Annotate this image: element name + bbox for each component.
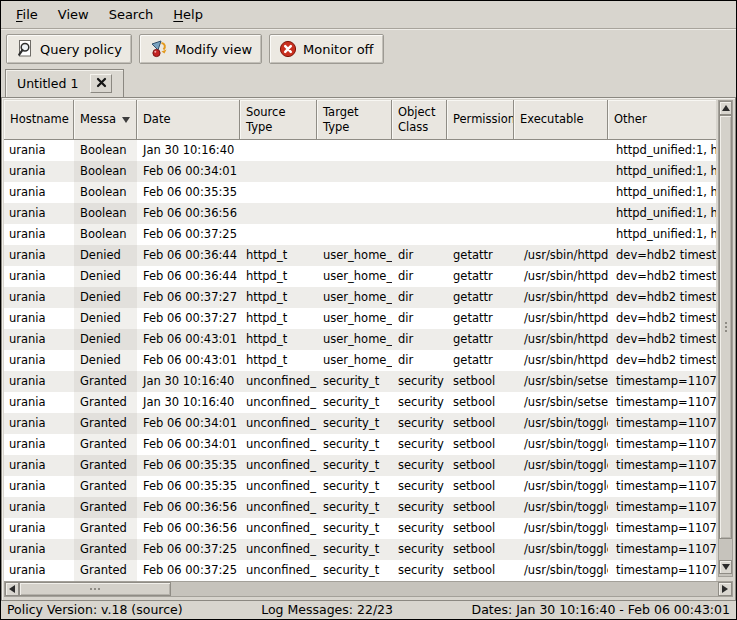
cell-other: timestamp=11076 xyxy=(608,413,716,434)
tab-untitled-1[interactable]: Untitled 1 xyxy=(5,69,124,97)
column-header-source_type[interactable]: Source Type xyxy=(240,100,317,140)
table-row[interactable]: uraniaDeniedFeb 06 00:36:44httpd_tuser_h… xyxy=(4,245,716,266)
cell-executable xyxy=(514,182,608,203)
cell-date: Feb 06 00:37:25 xyxy=(137,560,240,581)
column-header-executable[interactable]: Executable xyxy=(514,100,608,140)
table-row[interactable]: uraniaGrantedFeb 06 00:37:25unconfined_s… xyxy=(4,560,716,581)
cell-date: Feb 06 00:43:01 xyxy=(137,329,240,350)
cell-date: Feb 06 00:36:56 xyxy=(137,497,240,518)
cell-permission: setbool xyxy=(447,497,514,518)
horizontal-scrollbar-thumb[interactable] xyxy=(19,582,171,596)
status-bar: Policy Version: v.18 (source) Log Messag… xyxy=(1,600,736,619)
cell-permission: getattr xyxy=(447,350,514,371)
tab-close-button[interactable] xyxy=(90,74,112,93)
sort-indicator-icon xyxy=(122,117,130,123)
cell-source_type: unconfined_ xyxy=(240,434,317,455)
table-row[interactable]: uraniaBooleanJan 30 10:16:40httpd_unifie… xyxy=(4,140,716,161)
table-row[interactable]: uraniaDeniedFeb 06 00:37:27httpd_tuser_h… xyxy=(4,308,716,329)
scroll-down-button[interactable] xyxy=(719,560,732,574)
cell-hostname: urania xyxy=(4,476,74,497)
column-header-date[interactable]: Date xyxy=(137,100,240,140)
table-row[interactable]: uraniaGrantedFeb 06 00:35:35unconfined_s… xyxy=(4,476,716,497)
cell-hostname: urania xyxy=(4,455,74,476)
cell-object_class: security xyxy=(392,497,447,518)
column-header-object_class[interactable]: Object Class xyxy=(392,100,447,140)
vertical-scrollbar-trough[interactable] xyxy=(719,539,732,560)
cell-other: timestamp=11076 xyxy=(608,476,716,497)
scroll-up-button[interactable] xyxy=(719,101,732,115)
cell-executable xyxy=(514,161,608,182)
cell-executable: /usr/sbin/httpd xyxy=(514,266,608,287)
table-row[interactable]: uraniaBooleanFeb 06 00:35:35httpd_unifie… xyxy=(4,182,716,203)
menu-help[interactable]: Help xyxy=(163,3,213,26)
vertical-scrollbar[interactable] xyxy=(718,100,733,577)
cell-other: dev=hdb2 timesta xyxy=(608,287,716,308)
table-row[interactable]: uraniaDeniedFeb 06 00:36:44httpd_tuser_h… xyxy=(4,266,716,287)
cell-permission xyxy=(447,224,514,245)
column-header-hostname[interactable]: Hostname xyxy=(4,100,74,140)
cell-other: dev=hdb2 timesta xyxy=(608,245,716,266)
cell-message: Boolean xyxy=(74,161,137,182)
cell-message: Denied xyxy=(74,287,137,308)
table-row[interactable]: uraniaDeniedFeb 06 00:43:01httpd_tuser_h… xyxy=(4,329,716,350)
table-row[interactable]: uraniaBooleanFeb 06 00:34:01httpd_unifie… xyxy=(4,161,716,182)
vertical-scrollbar-thumb[interactable] xyxy=(719,115,732,539)
cell-object_class xyxy=(392,140,447,161)
scroll-right-button[interactable] xyxy=(718,582,732,596)
cell-object_class: dir xyxy=(392,350,447,371)
menu-file[interactable]: File xyxy=(6,3,48,26)
horizontal-scrollbar-trough[interactable] xyxy=(171,582,718,596)
cell-source_type: unconfined_ xyxy=(240,539,317,560)
cell-message: Granted xyxy=(74,497,137,518)
scroll-left-button[interactable] xyxy=(5,582,19,596)
table-row[interactable]: uraniaGrantedJan 30 10:16:40unconfined_s… xyxy=(4,371,716,392)
table-body: uraniaBooleanJan 30 10:16:40httpd_unifie… xyxy=(4,140,716,581)
table-row[interactable]: uraniaGrantedFeb 06 00:35:35unconfined_s… xyxy=(4,455,716,476)
column-header-message[interactable]: Messa xyxy=(74,100,137,140)
query-policy-button[interactable]: Query policy xyxy=(6,34,132,64)
cell-target_type: user_home_ xyxy=(317,350,392,371)
table-row[interactable]: uraniaGrantedFeb 06 00:36:56unconfined_s… xyxy=(4,497,716,518)
monitor-off-label: Monitor off xyxy=(303,42,373,57)
cell-source_type: httpd_t xyxy=(240,329,317,350)
cell-target_type: user_home_ xyxy=(317,329,392,350)
cell-message: Denied xyxy=(74,308,137,329)
table-row[interactable]: uraniaGrantedFeb 06 00:34:01unconfined_s… xyxy=(4,434,716,455)
cell-date: Jan 30 10:16:40 xyxy=(137,371,240,392)
table-row[interactable]: uraniaDeniedFeb 06 00:37:27httpd_tuser_h… xyxy=(4,287,716,308)
modify-view-button[interactable]: Modify view xyxy=(139,34,262,64)
table-row[interactable]: uraniaGrantedFeb 06 00:36:56unconfined_s… xyxy=(4,518,716,539)
table-row[interactable]: uraniaGrantedFeb 06 00:37:25unconfined_s… xyxy=(4,539,716,560)
horizontal-scrollbar[interactable] xyxy=(4,581,733,597)
cell-message: Granted xyxy=(74,518,137,539)
menu-search[interactable]: Search xyxy=(99,3,164,26)
cell-hostname: urania xyxy=(4,287,74,308)
cell-target_type: security_t xyxy=(317,455,392,476)
modify-view-icon xyxy=(149,39,169,59)
table-row[interactable]: uraniaDeniedFeb 06 00:43:01httpd_tuser_h… xyxy=(4,350,716,371)
table-row[interactable]: uraniaBooleanFeb 06 00:37:25httpd_unifie… xyxy=(4,224,716,245)
cell-permission: setbool xyxy=(447,539,514,560)
column-header-label: Date xyxy=(143,112,171,127)
menu-bar: FileViewSearchHelp xyxy=(1,1,736,29)
menu-view[interactable]: View xyxy=(48,3,99,26)
cell-object_class: security xyxy=(392,476,447,497)
cell-source_type: unconfined_ xyxy=(240,413,317,434)
column-header-permission[interactable]: Permission xyxy=(447,100,514,140)
cell-other: timestamp=11076 xyxy=(608,518,716,539)
cell-other: timestamp=11076 xyxy=(608,434,716,455)
cell-other: timestamp=11076 xyxy=(608,539,716,560)
cell-permission: setbool xyxy=(447,455,514,476)
monitor-off-button[interactable]: Monitor off xyxy=(269,34,383,64)
cell-target_type xyxy=(317,203,392,224)
table-row[interactable]: uraniaBooleanFeb 06 00:36:56httpd_unifie… xyxy=(4,203,716,224)
column-header-target_type[interactable]: Target Type xyxy=(317,100,392,140)
column-header-other[interactable]: Other xyxy=(608,100,716,140)
cell-target_type: security_t xyxy=(317,434,392,455)
cell-permission: setbool xyxy=(447,413,514,434)
table-row[interactable]: uraniaGrantedFeb 06 00:34:01unconfined_s… xyxy=(4,413,716,434)
table-row[interactable]: uraniaGrantedJan 30 10:16:40unconfined_s… xyxy=(4,392,716,413)
cell-object_class: security xyxy=(392,413,447,434)
cell-executable xyxy=(514,203,608,224)
column-header-label: Hostname xyxy=(10,112,69,127)
